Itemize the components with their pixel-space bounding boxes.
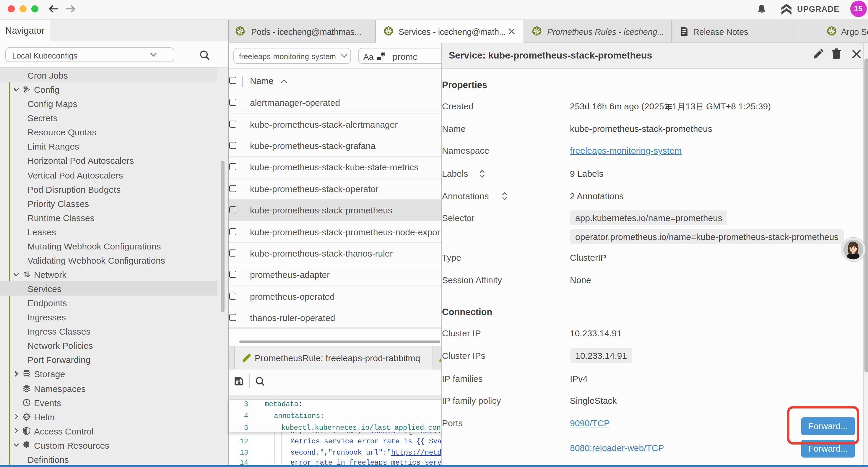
svg-text:HELM: HELM [23,415,30,418]
